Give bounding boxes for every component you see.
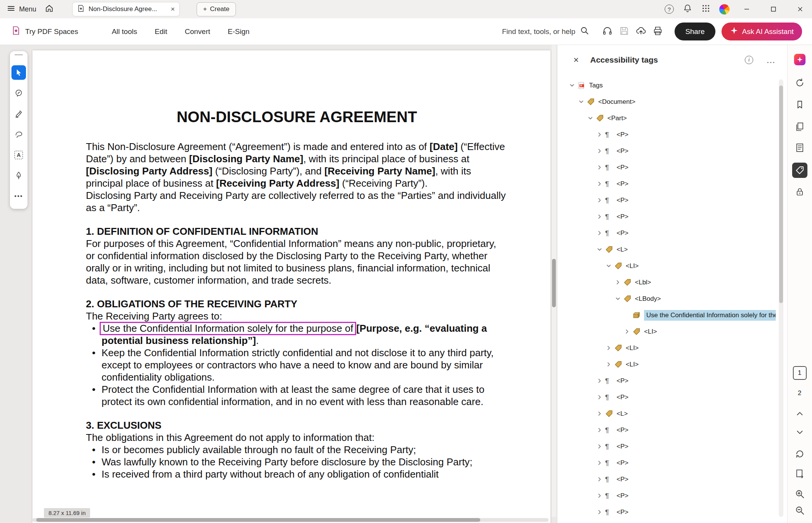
chevron-right-icon[interactable] bbox=[597, 476, 605, 482]
chevron-right-icon[interactable] bbox=[597, 394, 605, 400]
tag-tree-row[interactable]: <LI> bbox=[569, 258, 776, 274]
reading-order-panel-button[interactable] bbox=[792, 75, 807, 90]
accessibility-tags-panel-button[interactable] bbox=[792, 163, 807, 178]
previous-page-button[interactable] bbox=[792, 406, 807, 421]
chevron-right-icon[interactable] bbox=[597, 214, 605, 220]
nav-convert[interactable]: Convert bbox=[185, 27, 210, 36]
document-viewer[interactable]: NON-DISCLOSURE AGREEMENTThis Non-Disclos… bbox=[0, 45, 557, 523]
tag-tree-row[interactable]: ¶<P> bbox=[569, 487, 776, 504]
chevron-down-icon[interactable] bbox=[578, 99, 587, 105]
menu-button[interactable]: Menu bbox=[7, 4, 36, 15]
tag-tree-row[interactable]: <Document> bbox=[569, 94, 776, 110]
chevron-right-icon[interactable] bbox=[597, 509, 605, 515]
tag-tree-row[interactable]: Use the Confidential Information solely … bbox=[569, 307, 776, 323]
horizontal-scrollbar-thumb[interactable] bbox=[36, 518, 480, 522]
panel-scrollbar[interactable] bbox=[779, 79, 783, 517]
chevron-right-icon[interactable] bbox=[597, 165, 605, 170]
read-aloud-button[interactable] bbox=[599, 23, 616, 40]
tag-tree-row[interactable]: <LBody> bbox=[569, 291, 776, 307]
sign-tool-button[interactable] bbox=[11, 168, 26, 183]
chevron-down-icon[interactable] bbox=[588, 115, 596, 121]
chevron-right-icon[interactable] bbox=[597, 460, 605, 466]
chevron-right-icon[interactable] bbox=[597, 230, 605, 236]
chevron-down-icon[interactable] bbox=[569, 82, 578, 88]
chevron-right-icon[interactable] bbox=[606, 345, 614, 351]
refresh-view-button[interactable] bbox=[792, 446, 807, 462]
tag-tree-row[interactable]: ¶<P> bbox=[569, 159, 776, 176]
chevron-right-icon[interactable] bbox=[597, 493, 605, 499]
tag-tree-row[interactable]: ¶<P> bbox=[569, 422, 776, 438]
help-button[interactable]: ? bbox=[662, 2, 677, 17]
highlight-tool-button[interactable] bbox=[11, 107, 26, 121]
upload-cloud-button[interactable] bbox=[633, 23, 649, 40]
adobe-account-button[interactable] bbox=[717, 2, 732, 17]
document-tab[interactable]: Non-Disclosure Agree... × bbox=[72, 2, 180, 16]
text-tool-button[interactable]: A bbox=[11, 148, 26, 162]
chevron-right-icon[interactable] bbox=[597, 444, 605, 449]
tag-tree-row[interactable]: ¶<P> bbox=[569, 143, 776, 159]
notifications-button[interactable] bbox=[680, 2, 695, 17]
chevron-right-icon[interactable] bbox=[624, 329, 633, 334]
tag-highlight-annotation[interactable]: Use the Confidential Information solely … bbox=[100, 322, 356, 335]
zoom-out-button[interactable] bbox=[792, 503, 807, 518]
nav-edit[interactable]: Edit bbox=[155, 27, 167, 36]
tag-tree-row[interactable]: ¶<P> bbox=[569, 504, 776, 520]
chevron-right-icon[interactable] bbox=[597, 427, 605, 433]
tag-tree-row[interactable]: ¶<P> bbox=[569, 208, 776, 225]
tag-tree-row[interactable]: ¶<P> bbox=[569, 471, 776, 487]
current-page-indicator[interactable]: 1 bbox=[793, 366, 807, 380]
page-two-label[interactable]: 2 bbox=[798, 389, 801, 397]
minimize-button[interactable] bbox=[735, 0, 759, 18]
tag-tree-row[interactable]: <Lbl> bbox=[569, 274, 776, 291]
chevron-right-icon[interactable] bbox=[597, 181, 605, 187]
nav-all-tools[interactable]: All tools bbox=[112, 27, 137, 36]
tag-tree-row[interactable]: <L> bbox=[569, 241, 776, 258]
horizontal-scrollbar[interactable] bbox=[32, 518, 549, 522]
tag-tree-row[interactable]: <LI> bbox=[569, 323, 776, 340]
search-field[interactable]: Find text, tools, or help bbox=[502, 26, 589, 37]
page-view-button[interactable] bbox=[792, 466, 807, 481]
home-button[interactable] bbox=[42, 2, 57, 17]
tag-tree-row[interactable]: <LI> bbox=[569, 340, 776, 356]
selection-tool-button[interactable] bbox=[11, 65, 26, 80]
chevron-right-icon[interactable] bbox=[615, 279, 623, 285]
save-button[interactable] bbox=[616, 23, 633, 40]
tag-tree-row[interactable]: ¶<P> bbox=[569, 176, 776, 192]
tag-tree-row[interactable]: <LI> bbox=[569, 356, 776, 373]
chevron-right-icon[interactable] bbox=[597, 197, 605, 203]
palette-drag-handle[interactable] bbox=[15, 54, 23, 55]
tag-tree-row[interactable]: ¶<P> bbox=[569, 192, 776, 208]
chevron-right-icon[interactable] bbox=[597, 378, 605, 384]
more-tools-button[interactable]: ••• bbox=[11, 189, 26, 203]
tag-tree-row[interactable]: ¶<P> bbox=[569, 126, 776, 143]
tag-tree-row[interactable]: ¶<P> bbox=[569, 389, 776, 405]
tag-tree-row[interactable]: ¶<P> bbox=[569, 438, 776, 455]
tag-tree-row[interactable]: <Part> bbox=[569, 110, 776, 126]
create-button[interactable]: + Create bbox=[197, 2, 236, 16]
close-window-button[interactable] bbox=[788, 0, 812, 18]
vertical-scrollbar-thumb[interactable] bbox=[552, 259, 556, 307]
share-button[interactable]: Share bbox=[675, 23, 715, 40]
panel-close-icon[interactable]: × bbox=[573, 55, 579, 65]
page-thumbnails-panel-button[interactable] bbox=[792, 119, 807, 134]
chevron-right-icon[interactable] bbox=[597, 148, 605, 154]
chevron-right-icon[interactable] bbox=[597, 411, 605, 416]
comment-tool-button[interactable] bbox=[11, 86, 26, 100]
tag-tree-row[interactable]: <L> bbox=[569, 405, 776, 422]
tag-tree-row[interactable]: Tags bbox=[569, 77, 776, 94]
panel-overflow-icon[interactable]: … bbox=[766, 55, 776, 65]
try-pdf-spaces-button[interactable]: Try PDF Spaces bbox=[11, 26, 78, 37]
draw-tool-button[interactable] bbox=[11, 127, 26, 142]
chevron-down-icon[interactable] bbox=[606, 263, 614, 269]
vertical-scrollbar[interactable] bbox=[552, 45, 556, 517]
tag-tree-row[interactable]: ¶<P> bbox=[569, 455, 776, 471]
tab-close-icon[interactable]: × bbox=[171, 5, 175, 13]
chevron-down-icon[interactable] bbox=[597, 247, 605, 252]
bookmarks-panel-button[interactable] bbox=[792, 97, 807, 112]
info-icon[interactable]: i bbox=[745, 56, 753, 64]
chevron-right-icon[interactable] bbox=[606, 362, 614, 367]
chevron-down-icon[interactable] bbox=[615, 296, 623, 302]
protect-panel-button[interactable] bbox=[792, 184, 807, 200]
tag-tree-row[interactable]: ¶<P> bbox=[569, 225, 776, 241]
next-page-button[interactable] bbox=[792, 425, 807, 440]
